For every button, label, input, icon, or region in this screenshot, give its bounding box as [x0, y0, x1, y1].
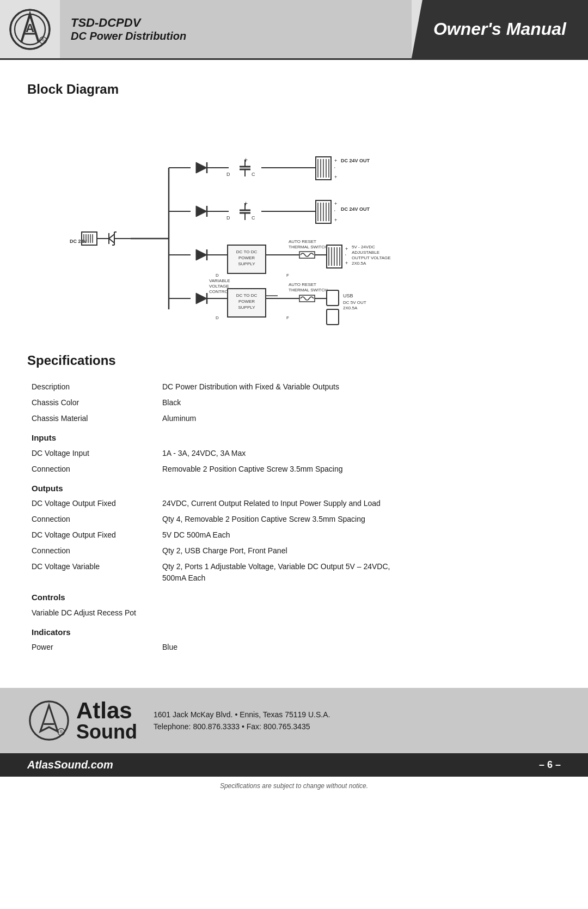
atlas-sound-logo: A ® — [8, 8, 52, 51]
footer-atlas-sound-logo: ® — [27, 699, 71, 742]
svg-text:+: + — [334, 201, 337, 206]
spec-label: Chassis Material — [27, 411, 158, 426]
svg-text:®: ® — [60, 730, 63, 734]
svg-text:AUTO RESET: AUTO RESET — [289, 239, 316, 244]
spec-label: Power — [27, 639, 158, 655]
header-subtitle: DC Power Distribution — [71, 30, 412, 42]
svg-marker-46 — [196, 206, 207, 217]
page-header: A ® TSD-DCPDV DC Power Distribution Owne… — [0, 0, 588, 60]
spec-row: ConnectionQty 2, USB Charge Port, Front … — [27, 543, 561, 559]
svg-text:VARIABLE: VARIABLE — [209, 278, 230, 283]
svg-text:F: F — [286, 273, 289, 278]
block-diagram-container: DC 24V — [27, 108, 561, 337]
spec-label: Connection — [27, 461, 158, 477]
spec-subheading: Outputs — [27, 477, 561, 496]
spec-row: Chassis ColorBlack — [27, 395, 561, 411]
spec-label: Connection — [27, 511, 158, 527]
svg-marker-68 — [196, 249, 207, 260]
svg-text:': ' — [334, 209, 335, 215]
spec-row: PowerBlue — [27, 639, 561, 655]
block-diagram-svg: DC 24V — [60, 108, 528, 337]
header-logo: A ® — [0, 0, 60, 58]
spec-row: Controls — [27, 586, 561, 605]
svg-text:AUTO RESET: AUTO RESET — [289, 282, 316, 287]
spec-value: Qty 2, USB Charge Port, Front Panel — [158, 543, 561, 559]
svg-text:+: + — [345, 260, 348, 266]
svg-marker-24 — [196, 162, 207, 173]
svg-text:': ' — [345, 253, 346, 259]
header-manual-title: Owner's Manual — [433, 19, 566, 39]
spec-value: Removable 2 Position Captive Screw 3.5mm… — [158, 461, 561, 477]
svg-text:2X0.5A: 2X0.5A — [343, 306, 358, 310]
spec-row: Indicators — [27, 621, 561, 640]
svg-text:DC 24V OUT: DC 24V OUT — [341, 206, 370, 212]
svg-text:SUPPLY: SUPPLY — [238, 305, 256, 310]
spec-value: Qty 4, Removable 2 Position Captive Scre… — [158, 511, 561, 527]
spec-value: Black — [158, 395, 561, 411]
svg-rect-120 — [327, 309, 339, 325]
svg-text:C: C — [252, 215, 255, 221]
spec-row: DescriptionDC Power Distribution with Fi… — [27, 379, 561, 395]
svg-text:': ' — [334, 166, 335, 172]
spec-value: Qty 2, Ports 1 Adjustable Voltage, Varia… — [158, 559, 561, 586]
spec-row: ConnectionRemovable 2 Position Captive S… — [27, 461, 561, 477]
svg-text:THERMAL SWITCH: THERMAL SWITCH — [289, 245, 328, 249]
spec-value: DC Power Distribution with Fixed & Varia… — [158, 379, 561, 395]
spec-label: DC Voltage Output Fixed — [27, 496, 158, 511]
svg-text:DC 24V: DC 24V — [70, 239, 87, 244]
spec-label: DC Voltage Output Fixed — [27, 527, 158, 543]
spec-label: Connection — [27, 543, 158, 559]
svg-text:+: + — [334, 158, 337, 163]
svg-text:DC TO DC: DC TO DC — [236, 293, 258, 298]
spec-table: DescriptionDC Power Distribution with Fi… — [27, 379, 561, 655]
footer-bottom: AtlasSound.com – 6 – — [0, 753, 588, 777]
svg-marker-104 — [196, 293, 207, 304]
block-diagram-heading: Block Diagram — [27, 82, 561, 97]
svg-text:ADJUSTABLE: ADJUSTABLE — [352, 250, 379, 255]
footer-disclaimer: Specifications are subject to change wit… — [0, 777, 588, 795]
svg-text:C: C — [252, 172, 255, 177]
svg-text:SUPPLY: SUPPLY — [238, 261, 256, 266]
spec-value: 24VDC, Current Output Related to Input P… — [158, 496, 561, 511]
disclaimer-text: Specifications are subject to change wit… — [220, 782, 368, 790]
specifications-section: Specifications DescriptionDC Power Distr… — [27, 353, 561, 655]
footer-contact: 1601 Jack McKay Blvd. • Ennis, Texas 751… — [154, 709, 330, 733]
svg-text:D: D — [226, 172, 230, 177]
svg-text:THERMAL SWITCH: THERMAL SWITCH — [289, 288, 328, 292]
footer-logo-text: Atlas Sound — [76, 699, 137, 742]
spec-row: DC Voltage VariableQty 2, Ports 1 Adjust… — [27, 559, 561, 586]
spec-label: Description — [27, 379, 158, 395]
footer-main: ® Atlas Sound 1601 Jack McKay Blvd. • En… — [0, 688, 588, 753]
svg-text:D: D — [216, 315, 219, 320]
svg-text:DC 24V OUT: DC 24V OUT — [341, 158, 370, 163]
svg-text:+: + — [334, 217, 337, 223]
svg-rect-119 — [327, 290, 339, 306]
footer-brand-text: Atlas Sound — [76, 699, 137, 742]
spec-row: Outputs — [27, 477, 561, 496]
header-manual-banner: Owner's Manual — [412, 0, 588, 58]
main-content: Block Diagram DC 24V — [0, 60, 588, 672]
footer-sound-text: Sound — [76, 722, 137, 742]
footer-website: AtlasSound.com — [27, 759, 113, 771]
spec-row: DC Voltage Output Fixed24VDC, Current Ou… — [27, 496, 561, 511]
header-title-block: TSD-DCPDV DC Power Distribution — [60, 0, 412, 58]
spec-subheading: Indicators — [27, 621, 561, 640]
footer-page-number: – 6 – — [539, 759, 561, 771]
svg-text:F: F — [286, 315, 289, 320]
svg-text:+: + — [334, 174, 337, 180]
spec-label: DC Voltage Variable — [27, 559, 158, 586]
svg-text:USB: USB — [343, 293, 353, 298]
svg-text:+: + — [345, 246, 348, 252]
footer-telephone: Telephone: 800.876.3333 • Fax: 800.765.3… — [154, 721, 330, 733]
spec-value: 1A - 3A, 24VDC, 3A Max — [158, 446, 561, 461]
spec-subheading: Controls — [27, 586, 561, 605]
svg-rect-88 — [299, 252, 315, 258]
block-diagram-section: Block Diagram DC 24V — [27, 82, 561, 337]
specifications-heading: Specifications — [27, 353, 561, 368]
spec-subheading: Inputs — [27, 426, 561, 446]
svg-text:®: ® — [42, 38, 45, 42]
spec-value: 5V DC 500mA Each — [158, 527, 561, 543]
footer-logo: ® Atlas Sound — [27, 699, 137, 742]
footer-address: 1601 Jack McKay Blvd. • Ennis, Texas 751… — [154, 709, 330, 721]
svg-line-15 — [109, 234, 114, 239]
